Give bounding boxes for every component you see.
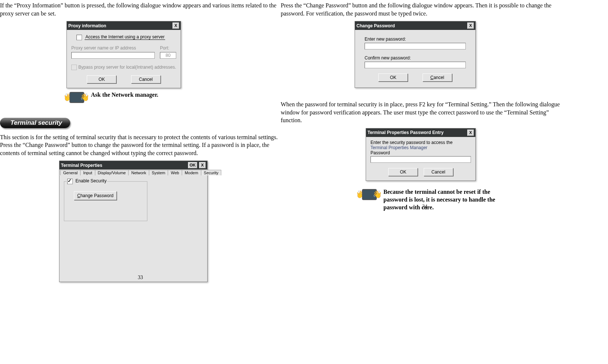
- password-care-note: Because the terminal cannot be reset if …: [383, 188, 513, 211]
- change-password-button[interactable]: Change Password: [74, 191, 117, 200]
- change-password-title: Change Password: [356, 23, 395, 28]
- tab-modem[interactable]: Modem: [182, 170, 201, 175]
- tab-input[interactable]: Input: [80, 170, 95, 175]
- ok-button[interactable]: OK: [378, 73, 408, 82]
- section-body: This section is for the setting of termi…: [0, 133, 281, 157]
- proxy-name-label: Proxy server name or IP address: [71, 45, 155, 51]
- close-icon[interactable]: X: [199, 162, 206, 168]
- enter-new-password-input[interactable]: [365, 43, 466, 49]
- password-entry-line3: Password: [370, 150, 471, 155]
- password-entry-dialog: Terminal Properties Password Entry X Ent…: [366, 128, 476, 181]
- proxy-name-input[interactable]: [71, 52, 155, 59]
- tab-display-volume[interactable]: Display/Volume: [95, 170, 129, 175]
- close-icon[interactable]: X: [467, 23, 474, 29]
- tab-security[interactable]: Security: [201, 170, 222, 175]
- left-intro: If the “Proxy Information” button is pre…: [0, 1, 281, 17]
- page-number-right: 34: [422, 204, 427, 210]
- tab-strip: General Input Display/Volume Network Sys…: [59, 169, 207, 175]
- password-entry-line2: Terminal Properties Manager: [370, 145, 471, 150]
- proxy-use-label: Access the Internet using a proxy server: [85, 34, 165, 40]
- ok-button[interactable]: OK: [87, 75, 116, 83]
- enable-security-label: Enable Security: [75, 178, 106, 183]
- proxy-dialog-title: Proxy information: [68, 23, 106, 28]
- page-number-left: 33: [138, 275, 143, 281]
- close-icon[interactable]: X: [173, 23, 179, 29]
- right-mid-para: When the password for terminal security …: [281, 100, 569, 124]
- password-entry-input[interactable]: [370, 156, 471, 163]
- terminal-properties-title: Terminal Properties: [61, 163, 102, 168]
- proxy-use-checkbox[interactable]: [76, 35, 82, 40]
- terminal-properties-dialog: Terminal Properties OK X General Input D…: [59, 161, 208, 282]
- tab-network[interactable]: Network: [128, 170, 149, 175]
- enter-new-password-label: Enter new password:: [365, 37, 466, 42]
- tab-system[interactable]: System: [149, 170, 168, 175]
- tab-web[interactable]: Web: [168, 170, 182, 175]
- titlebar-ok-button[interactable]: OK: [188, 162, 197, 168]
- bypass-label: Bypass proxy server for local(Intranet) …: [78, 65, 176, 70]
- bypass-checkbox[interactable]: [71, 65, 77, 70]
- confirm-new-password-input[interactable]: [365, 62, 466, 68]
- cancel-button[interactable]: Cancel: [131, 75, 161, 83]
- tab-general[interactable]: General: [60, 170, 81, 175]
- ask-network-manager-note: Ask the Network manager.: [91, 91, 158, 99]
- proxy-dialog: Proxy information X Access the Internet …: [66, 21, 181, 88]
- change-password-dialog: Change Password X Enter new password: Co…: [355, 21, 476, 88]
- confirm-new-password-label: Confirm new password:: [365, 55, 466, 61]
- section-heading-terminal-security: Terminal security: [0, 118, 70, 128]
- hint-icon: 👋 👋: [358, 188, 380, 202]
- proxy-port-label: Port:: [160, 45, 176, 51]
- ok-button[interactable]: OK: [388, 168, 418, 176]
- enable-security-checkbox[interactable]: [67, 179, 73, 184]
- password-entry-title: Terminal Properties Password Entry: [368, 130, 444, 135]
- hint-icon: 👋 👋: [66, 91, 87, 104]
- cancel-button[interactable]: Cancel: [424, 168, 453, 176]
- right-intro: Press the “Change Password” button and t…: [281, 1, 569, 17]
- close-icon[interactable]: X: [467, 130, 474, 136]
- password-entry-line1: Enter the security password to access th…: [370, 140, 471, 145]
- cancel-button[interactable]: Cancel: [423, 73, 452, 82]
- proxy-port-input[interactable]: 80: [160, 52, 176, 59]
